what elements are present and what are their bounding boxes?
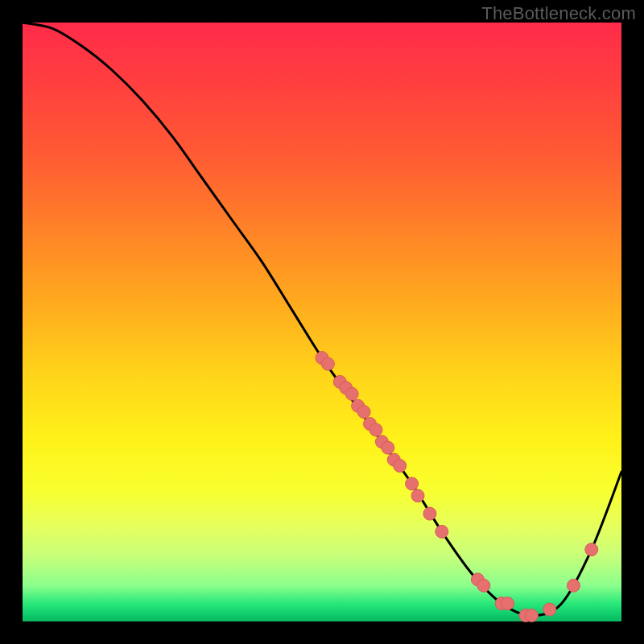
highlight-dot bbox=[406, 477, 419, 490]
highlight-dot bbox=[345, 387, 358, 400]
highlight-dot bbox=[525, 609, 538, 622]
highlight-dots bbox=[316, 352, 598, 622]
highlight-dot bbox=[477, 579, 490, 592]
chart-frame: TheBottleneck.com bbox=[0, 0, 644, 644]
highlight-dot bbox=[436, 525, 448, 538]
highlight-dot bbox=[382, 441, 394, 454]
highlight-dot bbox=[502, 597, 514, 610]
highlight-dot bbox=[423, 507, 436, 520]
highlight-dot bbox=[568, 579, 580, 592]
chart-svg bbox=[23, 23, 621, 621]
highlight-dot bbox=[369, 423, 382, 436]
plot-area bbox=[23, 23, 621, 621]
highlight-dot bbox=[411, 489, 424, 502]
watermark-text: TheBottleneck.com bbox=[481, 3, 636, 24]
highlight-dot bbox=[394, 460, 407, 473]
highlight-dot bbox=[357, 406, 370, 419]
highlight-dot bbox=[585, 543, 598, 556]
highlight-dot bbox=[543, 603, 556, 616]
highlight-dot bbox=[321, 357, 334, 370]
bottleneck-curve bbox=[23, 23, 621, 616]
